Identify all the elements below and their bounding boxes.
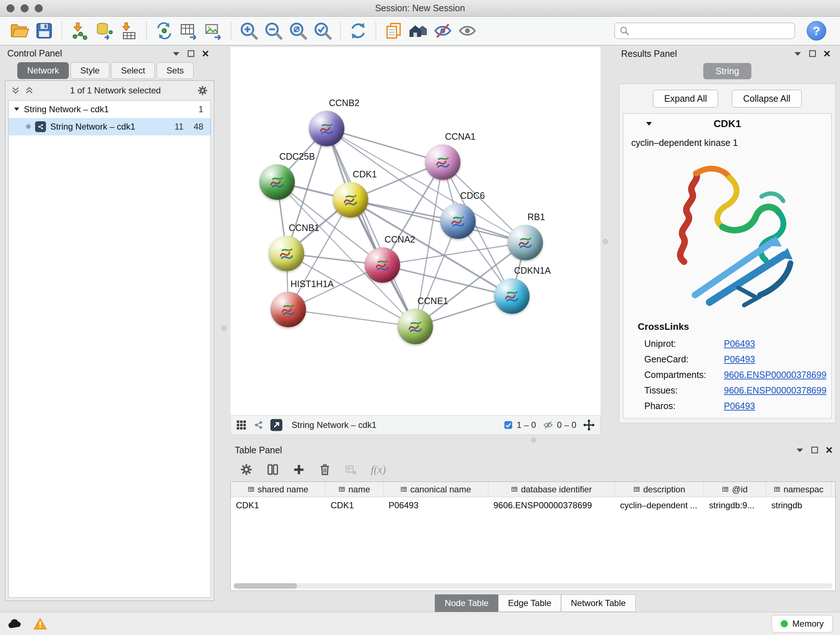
network-node-CCNB1[interactable]: [269, 236, 304, 271]
network-node-CDK1[interactable]: [333, 182, 368, 218]
network-node-RB1[interactable]: [508, 225, 543, 260]
expand-all-networks-icon[interactable]: [11, 86, 20, 95]
tab-edge-table[interactable]: Edge Table: [498, 594, 561, 612]
add-column-icon[interactable]: [293, 463, 305, 476]
new-table-button[interactable]: [178, 20, 200, 42]
home-button[interactable]: [407, 20, 429, 42]
cloud-icon[interactable]: [7, 618, 22, 629]
column-header-shared-name[interactable]: shared name: [231, 482, 325, 497]
tab-select[interactable]: Select: [111, 62, 155, 79]
network-node-CCNA1[interactable]: [425, 144, 461, 180]
birdseye-view-icon[interactable]: [236, 420, 247, 431]
gear-icon[interactable]: [197, 85, 208, 96]
table-cell[interactable]: cyclin–dependent ...: [615, 497, 704, 514]
collapse-all-networks-icon[interactable]: [25, 86, 34, 95]
collapse-panel-icon[interactable]: [796, 448, 804, 453]
zoom-selected-button[interactable]: [312, 20, 333, 42]
close-window-button[interactable]: [6, 4, 14, 12]
float-panel-icon[interactable]: [809, 50, 816, 57]
help-button[interactable]: ?: [807, 21, 826, 41]
delete-column-icon[interactable]: [319, 463, 331, 476]
network-node-CDC6[interactable]: [440, 203, 476, 239]
collapse-panel-icon[interactable]: [794, 51, 802, 56]
network-node-HIST1H1A[interactable]: [271, 292, 306, 327]
splitter-handle[interactable]: [603, 239, 608, 244]
network-node-CDKN1A[interactable]: [494, 279, 530, 314]
selected-checkbox-icon[interactable]: [504, 420, 513, 430]
tab-string[interactable]: String: [703, 63, 752, 79]
network-node-CCNB2[interactable]: [309, 111, 344, 146]
network-node-CCNA2[interactable]: [365, 247, 400, 283]
save-session-button[interactable]: [33, 20, 55, 42]
zoom-in-button[interactable]: [238, 20, 260, 42]
tab-node-table[interactable]: Node Table: [435, 594, 498, 612]
collapse-section-icon[interactable]: [646, 122, 652, 126]
network-node-CDC25B[interactable]: [259, 165, 295, 200]
zoom-window-button[interactable]: [35, 4, 43, 12]
splitter-handle[interactable]: [221, 326, 226, 331]
tab-style[interactable]: Style: [71, 62, 109, 79]
show-columns-icon[interactable]: [267, 463, 279, 476]
close-panel-icon[interactable]: [826, 447, 833, 454]
column-header-database-identifier[interactable]: database identifier: [488, 482, 615, 497]
network-edge-HIST1H1A-CCNE1[interactable]: [288, 310, 415, 326]
tab-network-table[interactable]: Network Table: [561, 594, 636, 612]
crosslink-link[interactable]: P06493: [724, 339, 755, 349]
refresh-view-button[interactable]: [347, 20, 369, 42]
show-details-button[interactable]: [456, 20, 478, 42]
table-row[interactable]: CDK1CDK1P064939606.ENSP00000378699cyclin…: [231, 497, 835, 514]
column-header-name[interactable]: name: [325, 482, 384, 497]
tab-network[interactable]: Network: [17, 62, 69, 79]
tree-expand-icon[interactable]: [14, 107, 19, 111]
copy-document-button[interactable]: [383, 20, 404, 42]
column-header-canonical-name[interactable]: canonical name: [384, 482, 488, 497]
new-network-button[interactable]: [153, 20, 175, 42]
import-network-file-button[interactable]: [69, 20, 90, 42]
table-cell[interactable]: 9606.ENSP00000378699: [488, 497, 615, 514]
toolbar-search[interactable]: [614, 22, 795, 39]
table-cell[interactable]: CDK1: [231, 497, 325, 514]
table-hscrollbar[interactable]: [234, 583, 832, 589]
table-cell[interactable]: P06493: [384, 497, 488, 514]
splitter-handle[interactable]: [531, 437, 536, 442]
column-header-description[interactable]: description: [615, 482, 704, 497]
network-canvas[interactable]: CCNB2 CCNA1 CDC25B CDK1 CDC6 RB1 CCNB1 C…: [231, 47, 600, 415]
network-edge-CCNB2-CCNB1[interactable]: [286, 128, 327, 253]
import-table-file-button[interactable]: [118, 20, 140, 42]
table-cell[interactable]: stringdb: [766, 497, 831, 514]
pan-tool-icon[interactable]: [583, 419, 595, 431]
minimize-window-button[interactable]: [21, 4, 28, 12]
network-collection-row[interactable]: String Network – cdk1 1: [9, 101, 210, 118]
table-cell[interactable]: stringdb:9...: [704, 497, 766, 514]
export-image-button[interactable]: [202, 20, 224, 42]
table-gear-icon[interactable]: [240, 463, 253, 476]
open-session-button[interactable]: [9, 20, 30, 42]
float-panel-icon[interactable]: [187, 50, 195, 57]
crosslink-link[interactable]: 9606.ENSP00000378699: [724, 370, 827, 380]
memory-button[interactable]: Memory: [772, 615, 833, 632]
hidden-eye-icon[interactable]: [543, 420, 554, 430]
column-header-@id[interactable]: @id: [704, 482, 766, 497]
share-network-icon[interactable]: [253, 420, 264, 430]
network-row[interactable]: String Network – cdk1 11 48: [9, 118, 210, 135]
search-input[interactable]: [633, 26, 790, 36]
collapse-panel-icon[interactable]: [172, 51, 180, 56]
expand-all-button[interactable]: Expand All: [653, 90, 718, 108]
table-hscrollbar-thumb[interactable]: [234, 583, 297, 589]
function-builder-button[interactable]: f(x): [371, 463, 386, 476]
network-edge-CDK1-RB1[interactable]: [351, 200, 525, 242]
close-panel-icon[interactable]: [823, 50, 831, 57]
network-node-CCNE1[interactable]: [398, 309, 433, 344]
close-panel-icon[interactable]: [202, 50, 209, 57]
zoom-fit-button[interactable]: [287, 20, 309, 42]
crosslink-link[interactable]: P06493: [724, 354, 755, 364]
zoom-out-button[interactable]: [263, 20, 284, 42]
float-panel-icon[interactable]: [811, 447, 818, 454]
warning-icon[interactable]: [33, 618, 47, 630]
import-network-database-button[interactable]: [93, 20, 115, 42]
crosslink-link[interactable]: P06493: [724, 401, 755, 411]
hide-details-button[interactable]: [432, 20, 454, 42]
crosslink-link[interactable]: 9606.ENSP00000378699: [724, 385, 827, 396]
collapse-all-button[interactable]: Collapse All: [732, 90, 802, 108]
column-header-namespac[interactable]: namespac: [766, 482, 831, 497]
